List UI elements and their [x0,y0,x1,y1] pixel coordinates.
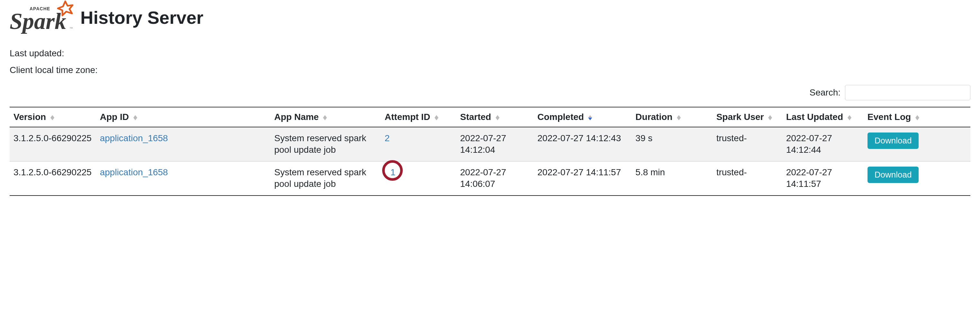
cell-spark-user: trusted- [713,161,782,195]
cell-app-name: System reserved spark pool update job [270,127,381,161]
cell-duration: 5.8 min [632,161,713,195]
col-header-spark-user[interactable]: Spark User [713,107,782,127]
col-header-completed[interactable]: Completed [533,107,632,127]
page-header: APACHE Spark ™ History Server [10,0,970,42]
svg-marker-20 [915,118,919,120]
sort-icon [434,115,438,120]
sort-icon [134,115,137,120]
svg-marker-9 [496,115,500,118]
started-text: 2022-07-27 14:06:07 [460,167,506,189]
col-header-last-updated[interactable]: Last Updated [782,107,864,127]
version-text: 3.1.2.5.0-66290225 [13,133,92,143]
svg-marker-11 [588,115,592,118]
download-button[interactable]: Download [867,133,919,149]
spark-logo: APACHE Spark ™ [10,0,74,35]
last-updated-text: 2022-07-27 14:11:57 [786,167,832,189]
attempt-id-link[interactable]: 1 [391,167,396,177]
cell-duration: 39 s [632,127,713,161]
col-header-app-id[interactable]: App ID [96,107,270,127]
history-table: Version App ID App Name [10,107,970,196]
last-updated-text: 2022-07-27 14:12:44 [786,133,832,155]
search-label: Search: [810,88,841,98]
cell-app-name: System reserved spark pool update job [270,161,381,195]
sort-icon [915,115,919,120]
cell-event-log: Download [864,127,970,161]
page-title: History Server [80,9,204,27]
completed-text: 2022-07-27 14:12:43 [538,133,621,143]
download-button[interactable]: Download [867,166,919,183]
col-header-duration[interactable]: Duration [632,107,713,127]
version-text: 3.1.2.5.0-66290225 [13,167,92,177]
cell-completed: 2022-07-27 14:11:57 [533,161,632,195]
last-updated-label: Last updated: [10,48,970,59]
svg-marker-7 [434,115,438,118]
svg-marker-3 [134,115,137,118]
sort-icon [496,115,500,120]
started-text: 2022-07-27 14:12:04 [460,133,506,155]
cell-app-id: application_1658 [96,127,270,161]
table-header-row: Version App ID App Name [10,107,970,127]
svg-marker-2 [51,118,54,120]
cell-app-id: application_1658 [96,161,270,195]
sort-icon [323,115,327,120]
sort-icon [848,115,851,120]
cell-attempt-id: 2 [381,127,457,161]
duration-text: 5.8 min [635,167,665,177]
svg-marker-14 [677,118,681,120]
cell-completed: 2022-07-27 14:12:43 [533,127,632,161]
svg-marker-6 [323,118,327,120]
app-name-text: System reserved spark pool update job [274,167,366,189]
cell-event-log: Download [864,161,970,195]
col-header-version[interactable]: Version [10,107,96,127]
col-header-attempt-id[interactable]: Attempt ID [381,107,457,127]
sort-icon-active-desc [588,115,592,120]
svg-marker-18 [848,118,851,120]
logo-spark-text: Spark [10,8,66,34]
duration-text: 39 s [635,133,652,143]
svg-marker-10 [496,118,500,120]
spark-user-text: trusted- [716,133,747,143]
svg-text:™: ™ [69,26,73,30]
col-header-started[interactable]: Started [457,107,534,127]
svg-marker-16 [768,118,772,120]
svg-marker-13 [677,115,681,118]
search-input[interactable] [845,85,970,101]
cell-attempt-id: 1 [381,161,457,195]
col-header-event-log[interactable]: Event Log [864,107,970,127]
table-row: 3.1.2.5.0-66290225application_1658System… [10,161,970,195]
sort-icon [768,115,772,120]
svg-marker-19 [915,115,919,118]
attempt-id-link[interactable]: 2 [385,133,390,143]
svg-marker-1 [51,115,54,118]
svg-marker-12 [588,118,592,120]
cell-version: 3.1.2.5.0-66290225 [10,161,96,195]
cell-last-updated: 2022-07-27 14:11:57 [782,161,864,195]
svg-marker-4 [134,118,137,120]
cell-last-updated: 2022-07-27 14:12:44 [782,127,864,161]
completed-text: 2022-07-27 14:11:57 [538,167,621,177]
cell-spark-user: trusted- [713,127,782,161]
cell-started: 2022-07-27 14:12:04 [457,127,534,161]
client-timezone-label: Client local time zone: [10,65,970,75]
col-header-app-name[interactable]: App Name [270,107,381,127]
sort-icon [677,115,681,120]
spark-user-text: trusted- [716,167,747,177]
svg-marker-8 [434,118,438,120]
cell-started: 2022-07-27 14:06:07 [457,161,534,195]
svg-marker-15 [768,115,772,118]
app-id-link[interactable]: application_1658 [100,133,168,143]
sort-icon [51,115,54,120]
app-id-link[interactable]: application_1658 [100,167,168,177]
table-row: 3.1.2.5.0-66290225application_1658System… [10,127,970,161]
app-name-text: System reserved spark pool update job [274,133,366,155]
svg-marker-5 [323,115,327,118]
cell-version: 3.1.2.5.0-66290225 [10,127,96,161]
svg-marker-17 [848,115,851,118]
